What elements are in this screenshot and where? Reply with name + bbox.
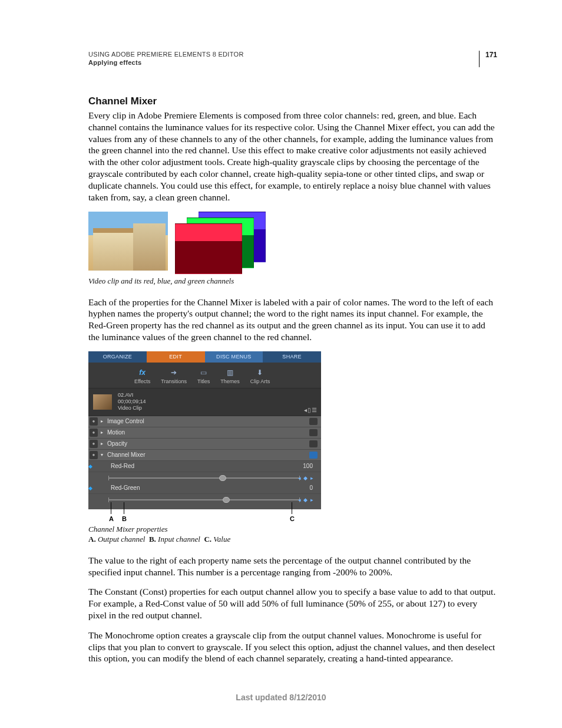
clip-metadata: 02.AVI 00;00;09;14 Video Clip: [118, 392, 146, 412]
row-channel-mixer[interactable]: ▾ Channel Mixer: [88, 450, 321, 461]
screenshot-panel: ORGANIZE EDIT DISC MENUS SHARE fx Effect…: [88, 351, 321, 509]
header-text: USING ADOBE PREMIERE ELEMENTS 8 EDITOR A…: [88, 51, 479, 66]
tool-cliparts[interactable]: ⬇ Clip Arts: [250, 368, 270, 384]
tool-transitions-label: Transitions: [161, 378, 187, 384]
param-value[interactable]: 100: [293, 463, 318, 469]
tool-transitions[interactable]: ➔ Transitions: [161, 368, 187, 384]
effects-icon: fx: [138, 368, 147, 377]
transitions-icon: ➔: [169, 368, 178, 377]
workspace-tabs: ORGANIZE EDIT DISC MENUS SHARE: [88, 351, 321, 363]
row-label: Opacity: [105, 440, 309, 447]
expand-arrow-icon[interactable]: ▸: [99, 430, 105, 435]
tool-titles[interactable]: ▭ Titles: [197, 368, 210, 384]
row-label: Channel Mixer: [105, 452, 309, 458]
figure-2-legend: A. Output channel B. Input channel C. Va…: [88, 535, 497, 544]
paragraph-5: The Monochrome option creates a grayscal…: [88, 630, 497, 664]
book-title: USING ADOBE PREMIERE ELEMENTS 8 EDITOR: [88, 51, 479, 58]
figure-thumb-original: [88, 212, 168, 271]
tab-organize[interactable]: ORGANIZE: [88, 351, 147, 363]
clip-timecode: 00;00;09;14: [118, 398, 146, 405]
page: USING ADOBE PREMIERE ELEMENTS 8 EDITOR A…: [0, 0, 562, 728]
row-opacity[interactable]: ▸ Opacity: [88, 439, 321, 450]
expand-arrow-icon[interactable]: ▸: [99, 419, 105, 424]
reset-icon[interactable]: [309, 440, 318, 447]
titles-icon: ▭: [199, 368, 209, 377]
tool-effects[interactable]: fx Effects: [134, 368, 150, 384]
keyframe-toggle-icon[interactable]: ◆: [88, 485, 94, 491]
toggle-visibility-icon[interactable]: [90, 417, 98, 426]
row-red-green[interactable]: ◆ Red-Green 0: [88, 483, 321, 494]
row-motion[interactable]: ▸ Motion: [88, 427, 321, 439]
clip-info-bar: 02.AVI 00;00;09;14 Video Clip ◂▯☰: [88, 388, 321, 416]
tool-themes-label: Themes: [220, 378, 240, 384]
tool-titles-label: Titles: [197, 378, 210, 384]
slider-knob[interactable]: [223, 497, 230, 503]
legend-A: Output channel: [98, 535, 146, 543]
expand-arrow-icon[interactable]: ▸: [99, 441, 105, 446]
tool-effects-label: Effects: [134, 378, 150, 384]
paragraph-3: The value to the right of each property …: [88, 555, 497, 578]
tool-themes[interactable]: ▥ Themes: [220, 368, 240, 384]
keyframe-toggle-icon[interactable]: ◆: [88, 463, 94, 469]
tab-share[interactable]: SHARE: [263, 351, 321, 363]
slider-track: [108, 499, 300, 500]
callout-A: A: [109, 515, 114, 522]
collapse-arrow-icon[interactable]: ▾: [99, 452, 105, 457]
toggle-visibility-icon[interactable]: [90, 451, 98, 459]
legend-B: Input channel: [158, 535, 200, 543]
page-footer: Last updated 8/12/2010: [0, 693, 562, 702]
keyframe-nav-icons[interactable]: ◂ ◆ ▸: [298, 497, 314, 503]
toggle-visibility-icon[interactable]: [90, 429, 98, 437]
figure-callouts: A B C: [88, 509, 321, 522]
slider-red-red: → ◂ ◆ ▸: [88, 472, 321, 483]
red-channel-thumb: [175, 223, 242, 274]
figure-thumb-rgb-stack: [175, 212, 269, 273]
reset-icon[interactable]: [309, 429, 318, 436]
edit-toolbar: fx Effects ➔ Transitions ▭ Titles ▥ Them…: [88, 363, 321, 388]
themes-icon: ▥: [225, 368, 234, 377]
toggle-visibility-icon[interactable]: [90, 440, 98, 448]
figure-channels: [88, 212, 497, 273]
clip-type: Video Clip: [118, 405, 146, 411]
param-label: Red-Green: [94, 485, 293, 491]
properties-list: ▸ Image Control ▸ Motion ▸ Opacity ▾ Cha…: [88, 416, 321, 509]
row-image-control[interactable]: ▸ Image Control: [88, 416, 321, 427]
slider-track: [108, 477, 300, 479]
callout-B: B: [122, 515, 127, 522]
param-label: Red-Red: [94, 463, 293, 469]
clip-name: 02.AVI: [118, 392, 146, 398]
row-label: Image Control: [105, 418, 309, 424]
page-number: 171: [479, 51, 497, 67]
tab-edit[interactable]: EDIT: [147, 351, 205, 363]
keyframe-nav-icons[interactable]: ◂ ◆ ▸: [298, 475, 314, 481]
reset-icon[interactable]: [309, 418, 318, 425]
legend-C: Value: [213, 535, 230, 543]
paragraph-1: Every clip in Adobe Premiere Elements is…: [88, 110, 497, 203]
section-title: Channel Mixer: [88, 95, 497, 107]
cliparts-icon: ⬇: [255, 368, 265, 377]
tool-cliparts-label: Clip Arts: [250, 378, 270, 384]
running-header: USING ADOBE PREMIERE ELEMENTS 8 EDITOR A…: [88, 51, 497, 67]
paragraph-2: Each of the properties for the Channel M…: [88, 297, 497, 343]
tab-disc-menus[interactable]: DISC MENUS: [205, 351, 263, 363]
clip-thumbnail: [93, 394, 112, 410]
slider-knob[interactable]: [219, 475, 226, 481]
clip-tool-icons[interactable]: ◂▯☰: [304, 407, 318, 413]
callout-C: C: [290, 515, 295, 522]
param-value[interactable]: 0: [293, 485, 318, 491]
paragraph-4: The Constant (Const) properties for each…: [88, 586, 497, 621]
figure-2-caption: Channel Mixer properties: [88, 525, 497, 534]
chapter-title: Applying effects: [88, 59, 479, 66]
row-red-red[interactable]: ◆ Red-Red 100: [88, 461, 321, 472]
row-label: Motion: [105, 429, 309, 436]
reset-icon[interactable]: [309, 452, 318, 459]
figure-1-caption: Video clip and its red, blue, and green …: [88, 276, 497, 286]
